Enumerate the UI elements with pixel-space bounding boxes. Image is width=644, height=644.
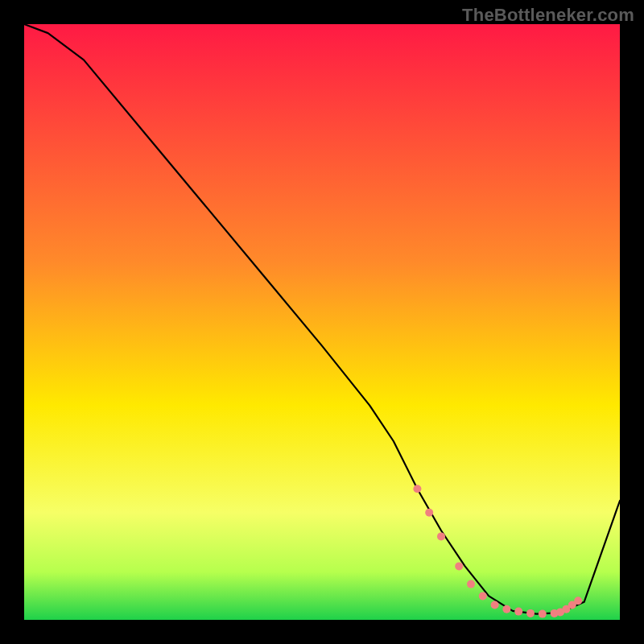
marker-dot: [455, 562, 463, 570]
chart-frame: TheBottleneker.com: [0, 0, 644, 644]
marker-dot: [491, 601, 499, 609]
watermark-text: TheBottleneker.com: [462, 5, 634, 26]
marker-dot: [467, 580, 475, 588]
plot-area: [24, 24, 620, 620]
marker-dot: [502, 605, 510, 613]
marker-dot: [574, 597, 582, 605]
marker-dot: [413, 485, 421, 493]
marker-dot: [539, 610, 547, 618]
marker-dot: [437, 532, 445, 540]
marker-dot: [425, 509, 433, 517]
curve-layer: [24, 24, 620, 620]
curve-markers: [413, 485, 582, 617]
marker-dot: [514, 608, 522, 616]
marker-dot: [526, 609, 535, 617]
marker-dot: [479, 592, 487, 600]
bottleneck-curve: [24, 24, 620, 614]
